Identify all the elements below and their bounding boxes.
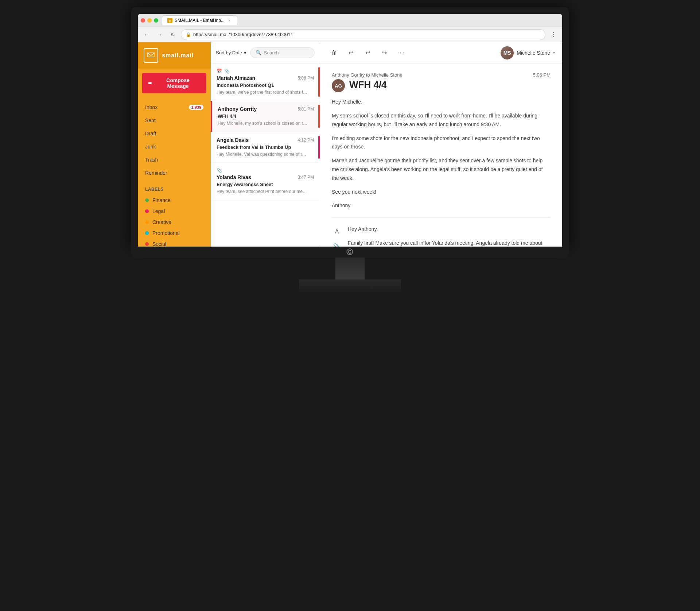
reply-all-icon: ↩ — [365, 49, 370, 56]
tab-close-btn[interactable]: × — [227, 18, 232, 23]
delete-button[interactable]: 🗑 — [327, 46, 341, 59]
email-content: Anthony Gorrity to Michelle Stone 5:06 P… — [320, 63, 562, 247]
sidebar-item-inbox[interactable]: Inbox 1,939 — [138, 101, 211, 114]
email-time-2: 5:01 PM — [298, 107, 314, 112]
email-item-1[interactable]: 📅 📎 Mariah Almazan 5:06 PM Indonesia Pho… — [211, 63, 320, 101]
label-name-legal: Legal — [152, 208, 165, 214]
label-legal[interactable]: Legal — [145, 206, 203, 217]
forward-btn[interactable]: → — [155, 30, 165, 40]
email-time-3: 4:12 PM — [298, 138, 314, 143]
label-creative[interactable]: Creative — [145, 217, 203, 228]
reply-action-icon[interactable]: A — [332, 227, 342, 237]
monitor-bottom-bezel: Ⓒ — [131, 247, 569, 258]
compose-message-button[interactable]: ✏ Compose Message — [142, 73, 206, 93]
label-name-promotional: Promotional — [152, 230, 180, 236]
label-dot-social — [145, 242, 149, 246]
compose-label: Compose Message — [155, 77, 201, 89]
email-subject-3: Feedback from Val is Thumbs Up — [217, 144, 314, 150]
maximize-window-btn[interactable]: + — [154, 18, 158, 23]
reply-attachment-icon[interactable]: 📎 — [332, 241, 342, 247]
sidebar-item-label-trash: Trash — [145, 157, 158, 163]
sidebar-item-sent[interactable]: Sent — [138, 114, 211, 127]
email-from: Anthony Gorrity to Michelle Stone — [332, 72, 402, 78]
user-profile[interactable]: MS Michelle Stone ▾ — [501, 46, 555, 59]
email-divider — [332, 217, 551, 218]
reply-para-0: Hey Anthony, — [348, 225, 551, 234]
email-list: 📅 📎 Mariah Almazan 5:06 PM Indonesia Pho… — [211, 63, 320, 247]
inbox-badge: 1,939 — [189, 105, 203, 110]
back-btn[interactable]: ← — [141, 30, 152, 40]
delete-icon: 🗑 — [331, 50, 337, 56]
window-controls: × − + — [141, 18, 158, 23]
email-body-para-0: Hey Michelle, — [332, 98, 551, 107]
priority-bar-3 — [318, 136, 320, 159]
email-received-time: 5:06 PM — [533, 72, 551, 78]
label-social[interactable]: Social — [145, 239, 203, 247]
reply-icons: A 📎 — [332, 225, 342, 247]
email-body-para-2: I'm editing some shots for the new Indon… — [332, 134, 551, 152]
compose-icon: ✏ — [148, 80, 152, 86]
sidebar-item-draft[interactable]: Draft — [138, 127, 211, 140]
email-preview-4: Hey team, see attached! Print before our… — [217, 189, 308, 195]
reply-para-1: Family first! Make sure you call in for … — [348, 239, 551, 247]
email-time-4: 3:47 PM — [298, 175, 314, 180]
email-item-4[interactable]: 📎 Yolanda Rivas 3:47 PM Energy Awareness… — [211, 163, 320, 200]
sidebar-item-label-draft: Draft — [145, 131, 156, 136]
logo-text: smail.mail — [162, 52, 194, 59]
labels-title: Labels — [145, 187, 203, 192]
calendar-icon-1: 📅 — [217, 69, 222, 74]
sidebar-item-label-inbox: Inbox — [145, 104, 158, 110]
avatar-image: MS — [501, 46, 514, 59]
logo-icon — [144, 48, 158, 63]
sender-avatar: AG — [332, 79, 345, 92]
label-name-creative: Creative — [152, 219, 171, 225]
reply-button[interactable]: ↩ — [344, 46, 357, 59]
attachment-icon-4: 📎 — [217, 168, 222, 173]
email-preview-1: Hey team, we've got the first round of s… — [217, 89, 308, 96]
secure-icon: 🔒 — [186, 32, 191, 37]
email-time-1: 5:06 PM — [298, 76, 314, 81]
search-icon: 🔍 — [256, 50, 261, 55]
label-promotional[interactable]: Promotional — [145, 228, 203, 239]
email-list-toolbar: Sort by Date ▾ 🔍 Search — [211, 42, 320, 63]
email-body-para-3: Mariah and Jacqueline got me their prior… — [332, 156, 551, 182]
priority-bar-2 — [318, 105, 320, 128]
reply-body: Hey Anthony, Family first! Make sure you… — [348, 225, 551, 247]
reply-section: A 📎 Hey Anthony, Family first! Make sure… — [332, 225, 551, 247]
email-sender-1: Mariah Almazan — [217, 75, 255, 81]
label-dot-finance — [145, 198, 149, 202]
sort-label: Sort by Date — [216, 50, 242, 55]
url-text: https://smail.mail/10300/nrgdrive/77389.… — [193, 32, 293, 37]
sidebar-item-trash[interactable]: Trash — [138, 153, 211, 166]
labels-section: Labels Finance Legal Creative — [138, 182, 211, 247]
nav-items: Inbox 1,939 Sent Draft Junk — [138, 98, 211, 182]
browser-title-bar: × − + S SMAIL.MAIL - Email inb... × — [138, 14, 562, 27]
browser-tab[interactable]: S SMAIL.MAIL - Email inb... × — [162, 15, 237, 25]
email-sender-3: Angela Davis — [217, 137, 249, 143]
email-item-2[interactable]: Anthony Gorrity 5:01 PM WFH 4/4 Hey Mich… — [211, 101, 320, 132]
minimize-window-btn[interactable]: − — [147, 18, 152, 23]
monitor-stand-neck — [335, 258, 365, 279]
sort-button[interactable]: Sort by Date ▾ — [216, 50, 246, 55]
attachment-icon-1: 📎 — [224, 69, 230, 74]
email-item-3[interactable]: Angela Davis 4:12 PM Feedback from Val i… — [211, 132, 320, 163]
sidebar-item-junk[interactable]: Junk — [138, 140, 211, 153]
more-options-button[interactable]: ··· — [394, 46, 408, 59]
search-button[interactable]: 🔍 Search — [250, 47, 315, 58]
more-icon: ··· — [397, 49, 405, 57]
browser-menu-btn[interactable]: ⋮ — [548, 30, 559, 40]
email-list-panel: Sort by Date ▾ 🔍 Search 📅 — [211, 42, 320, 247]
close-window-btn[interactable]: × — [141, 18, 145, 23]
sidebar-item-label-junk: Junk — [145, 144, 156, 150]
label-finance[interactable]: Finance — [145, 195, 203, 206]
tab-favicon: S — [167, 18, 172, 23]
email-meta-header: Anthony Gorrity to Michelle Stone 5:06 P… — [332, 72, 551, 78]
address-bar[interactable]: 🔒 https://smail.mail/10300/nrgdrive/7738… — [181, 29, 545, 40]
reply-all-button[interactable]: ↩ — [361, 46, 374, 59]
sidebar-item-reminder[interactable]: Reminder — [138, 166, 211, 179]
reload-btn[interactable]: ↻ — [168, 30, 178, 40]
search-placeholder: Search — [264, 50, 279, 55]
email-subject-1: Indonesia Photoshoot Q1 — [217, 82, 314, 88]
forward-button[interactable]: ↪ — [378, 46, 391, 59]
label-name-social: Social — [152, 241, 166, 247]
